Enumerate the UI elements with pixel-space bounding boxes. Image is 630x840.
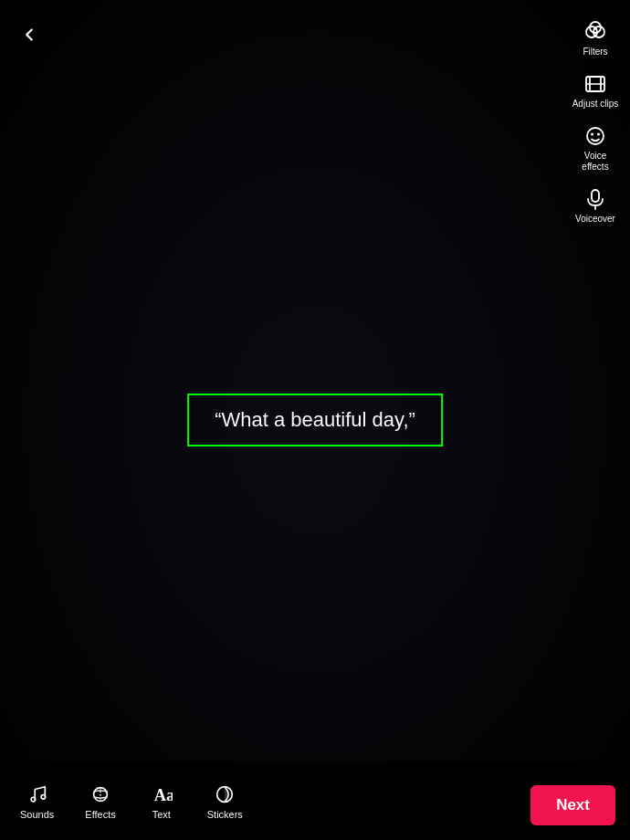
bottom-item-sounds[interactable]: Sounds [9,776,65,827]
effects-label: Effects [85,809,115,820]
toolbar-item-filters[interactable]: Filters [568,15,623,63]
text-overlay-content: “What a beautiful day,” [215,408,415,431]
toolbar-item-adjust-clips[interactable]: Adjust clips [568,67,623,115]
voiceover-icon [583,187,607,211]
next-button[interactable]: Next [530,785,615,825]
music-icon [26,783,48,805]
toolbar-item-voiceover[interactable]: Voiceover [568,182,623,230]
filters-icon [583,20,607,44]
svg-rect-10 [592,190,599,202]
filters-label: Filters [583,47,607,58]
toolbar-item-voice-effects[interactable]: Voice effects [568,119,623,178]
adjust-clips-label: Adjust clips [572,99,619,110]
svg-point-8 [591,133,593,136]
right-toolbar: Filters Adjust clips Voice effects Voice… [568,15,623,230]
voice-effects-icon [583,124,607,148]
sounds-label: Sounds [20,809,54,820]
text-icon: Aa [151,783,173,805]
stickers-label: Stickers [207,809,243,820]
text-overlay[interactable]: “What a beautiful day,” [187,394,443,446]
bottom-item-text[interactable]: Aa Text [136,776,187,827]
voiceover-label: Voiceover [575,214,615,225]
effects-icon [89,783,111,805]
voice-effects-label: Voice effects [582,151,608,173]
bottom-item-effects[interactable]: Effects [74,776,126,827]
back-button[interactable] [13,18,46,51]
bottom-item-stickers[interactable]: Stickers [196,776,254,827]
back-icon [19,25,39,45]
stickers-icon [214,783,236,805]
adjust-clips-icon [583,72,607,96]
svg-point-13 [41,794,46,799]
svg-point-7 [587,128,604,144]
svg-point-12 [31,797,36,802]
svg-text:Aa: Aa [153,786,172,804]
text-label: Text [152,809,171,820]
svg-point-9 [597,133,600,136]
